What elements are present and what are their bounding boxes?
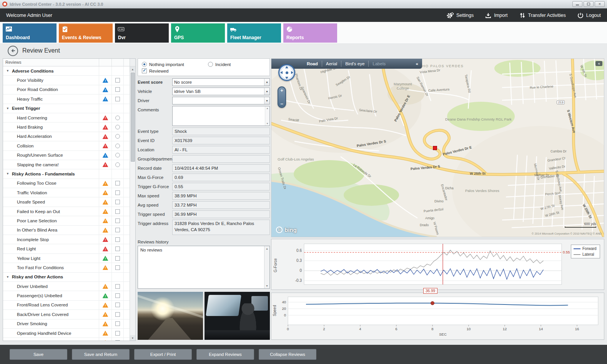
map-toolbar-collapse-button[interactable]: « bbox=[416, 61, 422, 66]
map-view-aerial[interactable]: Aerial bbox=[322, 61, 341, 67]
footer-button-collapse-reviews[interactable]: Collapse Reviews bbox=[259, 349, 316, 360]
review-item-collision[interactable]: Collision! bbox=[3, 141, 130, 151]
review-checkbox[interactable] bbox=[111, 244, 123, 253]
map-view-road[interactable]: Road bbox=[303, 61, 322, 67]
field-vehicle[interactable]: idrive Van SB▼ bbox=[172, 88, 270, 95]
review-checkbox[interactable] bbox=[111, 301, 123, 309]
review-item-following-too-close[interactable]: Following Too Close! bbox=[3, 179, 130, 188]
reviewed-option[interactable]: Reviewed bbox=[142, 68, 169, 73]
camera-driver-thumbnail[interactable] bbox=[205, 292, 270, 340]
tab-events[interactable]: Events & Reviews bbox=[59, 23, 113, 43]
field-event-score[interactable]: No score▼ bbox=[172, 78, 270, 86]
review-checkbox[interactable] bbox=[111, 254, 123, 263]
zoom-in-button[interactable]: + bbox=[280, 88, 283, 93]
map-canvas[interactable]: EAST RANCHO PALOS VERDESMarymount Colleg… bbox=[271, 58, 604, 237]
field-comments[interactable]: ▲▼ bbox=[172, 106, 270, 126]
review-item-too-fast-for-conditions[interactable]: Too Fast For Conditions! bbox=[3, 263, 130, 272]
review-item-red-light[interactable]: Red Light! bbox=[3, 244, 130, 253]
nothing-important-option[interactable]: Nothing important bbox=[142, 62, 208, 67]
review-checkbox[interactable] bbox=[111, 188, 123, 197]
review-group-adverse-conditions[interactable]: ▼Adverse Conditions bbox=[3, 66, 130, 76]
review-checkbox[interactable] bbox=[111, 85, 123, 94]
review-group-risky-and-other-actions[interactable]: ▼Risky and Other Actions bbox=[3, 273, 130, 282]
review-checkbox[interactable] bbox=[111, 76, 123, 84]
review-item-hard-braking[interactable]: Hard Braking! bbox=[3, 122, 130, 132]
incident-radio[interactable] bbox=[208, 62, 213, 67]
scroll-down-icon[interactable]: ▼ bbox=[266, 283, 268, 288]
review-item-rough-uneven-surface[interactable]: Rough/Uneven Surface! bbox=[3, 151, 130, 160]
scroll-up-icon[interactable]: ▲ bbox=[266, 107, 269, 109]
scroll-up-icon[interactable]: ▲ bbox=[130, 66, 135, 72]
review-item-traffic-violation[interactable]: Traffic Violation! bbox=[3, 188, 130, 197]
scroll-down-icon[interactable]: ▼ bbox=[266, 122, 269, 125]
scroll-down-icon[interactable]: ▼ bbox=[130, 335, 135, 341]
review-item-slapping-the-camera[interactable]: Slapping the camera!! bbox=[3, 160, 130, 169]
footer-button-export-print[interactable]: Export / Print bbox=[134, 349, 192, 360]
review-item-driver-smoking[interactable]: Driver Smoking! bbox=[3, 319, 130, 329]
reviews-history-list[interactable]: No reviews ▲▼ bbox=[138, 246, 270, 289]
map-collapse-right-button[interactable]: « bbox=[595, 61, 602, 66]
review-item-unsafe-speed[interactable]: Unsafe Speed! bbox=[3, 197, 130, 207]
review-item-poor-visibility[interactable]: Poor Visibility! bbox=[3, 76, 130, 85]
review-radio[interactable] bbox=[111, 122, 123, 131]
review-item-heavy-traffic[interactable]: Heavy Traffic! bbox=[3, 94, 130, 104]
review-item-item[interactable]: ! bbox=[3, 338, 130, 341]
tab-dashboard[interactable]: Dashboard bbox=[3, 23, 57, 43]
review-item-poor-lane-selection[interactable]: Poor Lane Selection! bbox=[3, 216, 130, 225]
review-checkbox[interactable] bbox=[111, 179, 123, 188]
collapse-caret-icon[interactable]: ▼ bbox=[6, 172, 9, 175]
review-item-operating-handheld-device[interactable]: Operating Handheld Device! bbox=[3, 329, 130, 338]
review-item-hard-acceleration[interactable]: Hard Acceleration! bbox=[3, 132, 130, 141]
review-checkbox[interactable] bbox=[111, 263, 123, 272]
review-item-yellow-light[interactable]: Yellow Light! bbox=[3, 254, 130, 263]
footer-button-save-and-return[interactable]: Save and Return bbox=[72, 349, 130, 360]
review-checkbox[interactable] bbox=[111, 226, 123, 235]
camera-front-thumbnail[interactable] bbox=[138, 292, 203, 340]
back-button[interactable] bbox=[8, 46, 18, 56]
settings-button[interactable]: Settings bbox=[447, 12, 474, 19]
map-view-labels[interactable]: Labels bbox=[368, 61, 389, 67]
review-checkbox[interactable] bbox=[111, 310, 123, 319]
review-item-front-road-lens-covered[interactable]: Front/Road Lens Covered! bbox=[3, 301, 130, 310]
import-button[interactable]: Import bbox=[485, 12, 507, 18]
tab-reports[interactable]: Reports bbox=[283, 23, 337, 43]
review-item-incomplete-stop[interactable]: Incomplete Stop! bbox=[3, 235, 130, 244]
review-checkbox[interactable] bbox=[111, 207, 123, 216]
reviews-scrollbar[interactable]: ▲ ▼ bbox=[130, 66, 135, 341]
review-item-passenger-s-unbelted[interactable]: Passenger(s) Unbelted! bbox=[3, 291, 130, 300]
review-checkbox[interactable] bbox=[111, 197, 123, 206]
review-item-hard-cornering[interactable]: Hard Cornering! bbox=[3, 113, 130, 122]
review-item-driver-unbelted[interactable]: Driver Unbelted! bbox=[3, 282, 130, 291]
dropdown-arrow-icon[interactable]: ▼ bbox=[264, 79, 269, 86]
pan-south-icon[interactable] bbox=[285, 77, 288, 79]
collapse-caret-icon[interactable]: ▼ bbox=[6, 107, 9, 110]
review-checkbox[interactable] bbox=[111, 94, 123, 103]
maximize-button[interactable] bbox=[584, 1, 594, 7]
event-location-marker[interactable] bbox=[433, 146, 437, 150]
map-view-bird-s-eye[interactable]: Bird's eye bbox=[341, 61, 368, 67]
review-radio[interactable] bbox=[111, 141, 123, 150]
review-radio[interactable] bbox=[111, 113, 123, 122]
review-radio[interactable] bbox=[111, 132, 123, 141]
review-group-event-trigger[interactable]: ▼Event Trigger bbox=[3, 104, 130, 113]
zoom-out-button[interactable]: − bbox=[280, 101, 283, 106]
review-checkbox[interactable] bbox=[111, 291, 123, 300]
review-checkbox[interactable] bbox=[111, 235, 123, 244]
collapse-caret-icon[interactable]: ▼ bbox=[6, 275, 9, 279]
reviewed-checkbox[interactable] bbox=[142, 68, 147, 73]
review-radio[interactable] bbox=[111, 160, 123, 169]
pan-north-icon[interactable] bbox=[285, 66, 288, 68]
review-group-risky-actions-fundamentals[interactable]: ▼Risky Actions - Fundamentals bbox=[3, 169, 130, 179]
footer-button-expand-reviews[interactable]: Expand Reviews bbox=[196, 349, 254, 360]
nothing-important-radio[interactable] bbox=[142, 62, 147, 67]
review-checkbox[interactable] bbox=[111, 282, 123, 291]
review-item-back-driver-lens-covered[interactable]: Back/Driver Lens Covered! bbox=[3, 310, 130, 319]
dropdown-arrow-icon[interactable]: ▼ bbox=[264, 97, 269, 104]
review-radio[interactable] bbox=[111, 151, 123, 160]
review-item-failed-to-keep-an-out[interactable]: Failed to Keep an Out! bbox=[3, 207, 130, 216]
reviews-history-scrollbar[interactable]: ▲▼ bbox=[264, 246, 269, 288]
pan-west-icon[interactable] bbox=[280, 71, 283, 74]
minimize-button[interactable] bbox=[572, 1, 582, 7]
review-checkbox[interactable] bbox=[111, 338, 123, 341]
pan-east-icon[interactable] bbox=[291, 71, 293, 74]
